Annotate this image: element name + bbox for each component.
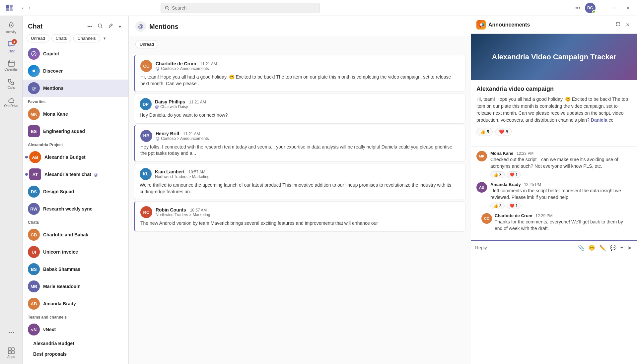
search-bar[interactable]	[161, 3, 320, 13]
message-card-0[interactable]: CC Charlotte de Crum 11:21 AM @ Contoso …	[134, 55, 465, 92]
thread-reaction-1-0[interactable]: 👍 3	[490, 203, 505, 209]
chat-label: Chat	[8, 49, 15, 53]
filter-channels[interactable]: Channels	[73, 34, 100, 42]
reply-input[interactable]	[475, 245, 574, 250]
maximize-button[interactable]: □	[611, 4, 620, 12]
filter-expand-button[interactable]: ▾	[117, 21, 123, 31]
close-button[interactable]: ✕	[623, 4, 633, 12]
chat-item-engineering-squad[interactable]: ES Engineering squad	[23, 123, 128, 140]
engineering-squad-avatar: ES	[28, 125, 40, 137]
sidebar-item-activity[interactable]: Activity	[0, 19, 22, 36]
reaction-heart[interactable]: ❤️ 8	[495, 128, 512, 136]
filter-more-button[interactable]: ▾	[102, 34, 107, 42]
reaction-thumbs-up[interactable]: 👍 5	[476, 128, 493, 136]
filter-unread[interactable]: Unread	[27, 34, 49, 42]
alexandria-budget-avatar: AB	[29, 151, 41, 163]
thread-reaction-0-0[interactable]: 👍 3	[490, 171, 505, 178]
user-avatar[interactable]: DC	[585, 3, 596, 13]
more-options-button[interactable]: •••	[573, 3, 582, 13]
design-squad-avatar: DS	[28, 186, 40, 198]
thread-reaction-0-1[interactable]: ❤️ 1	[507, 171, 521, 178]
back-button[interactable]: ‹	[20, 3, 26, 13]
more-label: ···	[10, 337, 12, 340]
chat-panel: Chat ••• ▾ Unread	[23, 16, 129, 364]
chat-item-alexandria-team-chat[interactable]: AT Alexandria team chat @	[23, 166, 128, 183]
message-card-1[interactable]: DP Daisy Phillips 11:21 AM @ Chat with D…	[134, 93, 465, 124]
msg-avatar-4: RC	[140, 206, 152, 218]
search-input[interactable]	[172, 5, 316, 11]
activity-icon	[8, 21, 15, 29]
chat-item-marie-beaudouin[interactable]: MB Marie Beaudouin	[23, 278, 128, 295]
at-symbol-1: @	[155, 104, 159, 109]
format-button[interactable]: ✏️	[598, 243, 607, 252]
thread-button[interactable]: 💬	[608, 243, 618, 252]
send-button[interactable]: ➤	[626, 243, 633, 252]
calendar-icon	[8, 60, 15, 67]
chat-item-research-weekly[interactable]: RW Research weekly sync	[23, 200, 128, 217]
announcements-icon: 📢	[476, 20, 486, 30]
mention-link[interactable]: Daniela	[591, 117, 607, 123]
chat-item-unicorn-invoice[interactable]: UI Unicorn invoice	[23, 243, 128, 261]
ann-expand-button[interactable]	[614, 20, 622, 30]
message-card-4[interactable]: RC Robin Counts 10:57 AM Northwind Trade…	[134, 201, 465, 232]
chat-item-vnext[interactable]: vN vNext	[23, 321, 128, 338]
teams-label: Teams and channels	[23, 312, 128, 321]
forward-button[interactable]: ›	[27, 3, 33, 13]
chat-item-discover[interactable]: Discover	[23, 62, 128, 80]
chat-item-best-proposals[interactable]: Best proposals	[23, 349, 128, 359]
attach-button[interactable]: 📎	[577, 243, 586, 252]
thread-avatar-1: AB	[476, 182, 487, 193]
engineering-squad-info: Engineering squad	[43, 129, 123, 134]
mentions-title: Mentions	[149, 23, 178, 30]
new-chat-button[interactable]	[106, 21, 115, 31]
amanda-brady-name: Amanda Brady	[43, 301, 123, 306]
sidebar-item-onedrive[interactable]: OneDrive	[0, 93, 22, 110]
reply-actions: 📎 😊 ✏️ 💬 + ➤	[577, 243, 633, 252]
apps-icon	[8, 347, 15, 354]
msg-header-2: HB Henry Brill 11:21 AM @ Contoso > Anno…	[140, 130, 460, 142]
msg-time-2: 11:21 AM	[183, 132, 200, 136]
sidebar-item-chat[interactable]: 4 Chat	[0, 38, 22, 56]
msg-time-4: 10:57 AM	[190, 208, 207, 212]
ann-close-button[interactable]: ✕	[624, 20, 632, 30]
chat-item-mentions[interactable]: @ Mentions	[23, 80, 128, 97]
thread-content-2: Charlotte de Crum 12:29 PM Thanks for th…	[495, 213, 632, 232]
msg-time-1: 11:21 AM	[189, 100, 206, 104]
filter-chats[interactable]: Chats	[51, 34, 71, 42]
unread-filter-chip[interactable]: Unread	[135, 40, 158, 48]
chat-item-babak-shammas[interactable]: BS Babak Shammas	[23, 261, 128, 278]
sidebar-item-calendar[interactable]: Calendar	[0, 57, 22, 74]
chat-item-alexandria-budget[interactable]: AB Alexandria Budget	[23, 149, 128, 166]
reaction-emoji-0: 👍	[480, 129, 485, 134]
message-card-3[interactable]: KL Kian Lambert 10:57 AM Northwind Trade…	[134, 163, 465, 200]
chat-more-button[interactable]: •••	[85, 21, 94, 31]
chat-search-button[interactable]	[96, 21, 105, 31]
chat-item-charlotte-babak[interactable]: CB Charlotte and Babak	[23, 226, 128, 243]
mentions-avatar: @	[28, 82, 40, 94]
best-proposals-name: Best proposals	[33, 351, 123, 357]
unread-dot	[25, 156, 28, 158]
charlotte-babak-avatar: CB	[28, 229, 40, 241]
minimize-button[interactable]: —	[598, 4, 609, 12]
thread-meta-0: Mona Kane 12:23 PM	[490, 151, 632, 156]
more-reply-button[interactable]: +	[619, 243, 625, 252]
chat-item-copilot[interactable]: Copilot	[23, 45, 128, 62]
msg-meta-1: Daisy Phillips 11:21 AM @ Chat with Dais…	[155, 99, 460, 109]
svg-rect-17	[8, 351, 11, 354]
sidebar-item-more[interactable]: ···	[0, 326, 22, 343]
msg-time-0: 11:21 AM	[200, 62, 217, 66]
chat-item-team-alexandria-budget[interactable]: Alexandria Budget	[23, 338, 128, 349]
svg-point-6	[11, 25, 12, 26]
discover-info: Discover	[43, 68, 123, 74]
msg-header-0: CC Charlotte de Crum 11:21 AM @ Contoso …	[140, 60, 460, 72]
chat-item-design-squad[interactable]: DS Design Squad	[23, 183, 128, 200]
chat-item-mona-kane[interactable]: MK Mona Kane	[23, 105, 128, 123]
sidebar-item-calls[interactable]: Calls	[0, 75, 22, 92]
thread-reaction-1-1[interactable]: ❤️ 1	[507, 203, 521, 209]
alexandria-team-chat-info: Alexandria team chat @	[44, 172, 123, 177]
sidebar-item-apps[interactable]: Apps	[0, 344, 22, 361]
chat-item-amanda-brady[interactable]: AB Amanda Brady	[23, 295, 128, 312]
emoji-button[interactable]: 😊	[587, 243, 597, 252]
message-card-2[interactable]: HB Henry Brill 11:21 AM @ Contoso > Anno…	[134, 125, 465, 162]
marie-beaudouin-info: Marie Beaudouin	[43, 284, 123, 289]
